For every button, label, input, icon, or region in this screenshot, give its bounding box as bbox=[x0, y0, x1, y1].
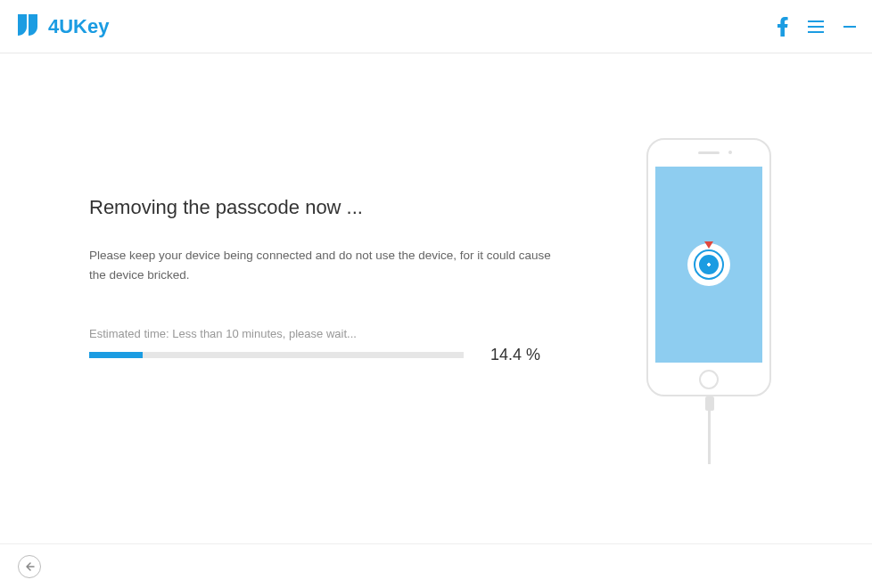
phone-home-icon bbox=[699, 370, 719, 389]
cable-wire-icon bbox=[708, 411, 711, 464]
titlebar: 4UKey bbox=[0, 0, 872, 53]
progress-percent: 14.4 % bbox=[490, 346, 540, 364]
minimize-icon[interactable] bbox=[843, 17, 856, 37]
estimated-time-label: Estimated time: Less than 10 minutes, pl… bbox=[89, 327, 553, 340]
menu-icon[interactable] bbox=[808, 17, 824, 37]
svg-rect-2 bbox=[808, 31, 824, 33]
phone-speaker-icon bbox=[698, 151, 720, 154]
svg-rect-3 bbox=[843, 26, 856, 28]
svg-rect-0 bbox=[808, 20, 824, 22]
compass-icon bbox=[687, 243, 730, 286]
progress-row: 14.4 % bbox=[89, 346, 553, 364]
svg-rect-1 bbox=[808, 26, 824, 28]
window-controls bbox=[777, 17, 856, 37]
content: Removing the passcode now ... Please kee… bbox=[0, 53, 872, 543]
cable-icon bbox=[705, 396, 712, 459]
phone-icon bbox=[646, 138, 771, 396]
app-logo-icon bbox=[16, 12, 39, 41]
cable-plug-icon bbox=[705, 396, 714, 411]
footer bbox=[0, 543, 872, 588]
phone-screen-icon bbox=[655, 167, 762, 363]
status-heading: Removing the passcode now ... bbox=[89, 196, 553, 219]
compass-pointer-icon bbox=[704, 241, 713, 249]
compass-cog-icon bbox=[699, 255, 719, 274]
app-name: 4UKey bbox=[48, 15, 109, 38]
status-instruction: Please keep your device being connected … bbox=[89, 246, 553, 284]
phone-camera-icon bbox=[728, 151, 732, 154]
compass-ring-icon bbox=[694, 249, 724, 280]
brand: 4UKey bbox=[16, 12, 109, 41]
progress-fill bbox=[89, 352, 143, 358]
facebook-icon[interactable] bbox=[777, 17, 788, 37]
arrow-left-icon bbox=[24, 561, 35, 572]
back-button[interactable] bbox=[18, 555, 41, 578]
progress-bar bbox=[89, 352, 464, 358]
device-illustration bbox=[646, 138, 771, 459]
status-panel: Removing the passcode now ... Please kee… bbox=[89, 196, 553, 364]
